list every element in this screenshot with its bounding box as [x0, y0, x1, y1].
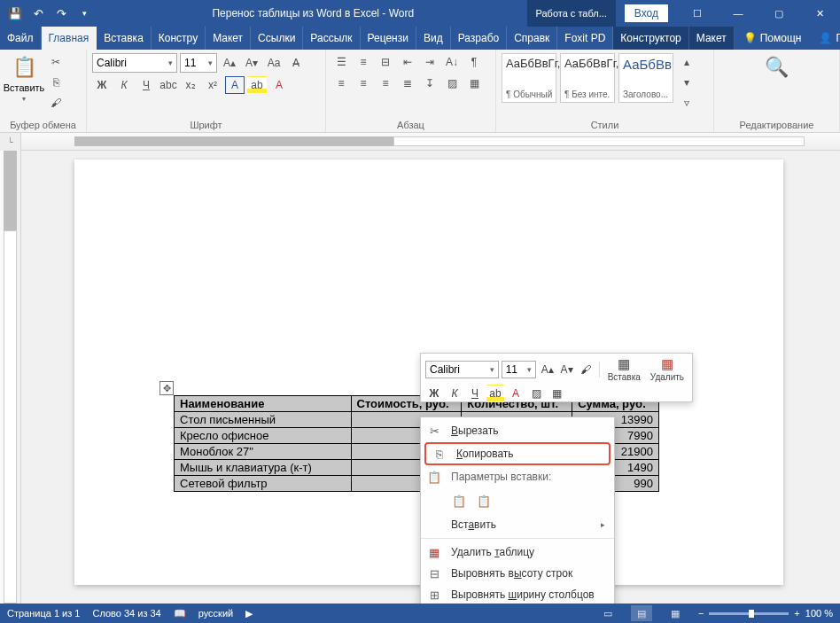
- superscript-icon[interactable]: x²: [203, 76, 222, 94]
- save-icon[interactable]: 💾: [5, 4, 25, 23]
- multilevel-icon[interactable]: ⊟: [376, 53, 395, 71]
- clear-formatting-icon[interactable]: A̶: [286, 54, 306, 72]
- font-size-combo[interactable]: 11▾: [180, 53, 217, 73]
- styles-more-icon[interactable]: ▿: [677, 94, 696, 112]
- mini-font-color-icon[interactable]: A: [507, 385, 525, 402]
- minimize-icon[interactable]: —: [718, 0, 758, 27]
- shading-icon[interactable]: ▨: [442, 74, 462, 92]
- sign-in-button[interactable]: Вход: [625, 4, 668, 22]
- style-normal[interactable]: АаБбВвГг, ¶ Обычный: [502, 53, 556, 103]
- borders-icon[interactable]: ▦: [464, 74, 484, 92]
- status-page[interactable]: Страница 1 из 1: [7, 608, 80, 619]
- tab-help[interactable]: Справк: [507, 27, 557, 50]
- menu-paste[interactable]: Вставить▸: [421, 514, 614, 535]
- cut-icon[interactable]: ✂: [46, 53, 66, 71]
- numbering-icon[interactable]: ≡: [354, 53, 373, 71]
- undo-icon[interactable]: ↶: [28, 4, 48, 23]
- mini-shrink-font-icon[interactable]: A▾: [558, 361, 575, 378]
- mini-format-painter-icon[interactable]: 🖌: [578, 361, 595, 378]
- mini-insert-button[interactable]: ▦Вставка: [604, 356, 644, 382]
- status-language[interactable]: русский: [198, 608, 233, 619]
- align-right-icon[interactable]: ≡: [376, 74, 395, 92]
- status-words[interactable]: Слово 34 из 34: [92, 608, 160, 619]
- justify-icon[interactable]: ≣: [398, 74, 417, 92]
- close-icon[interactable]: ✕: [799, 0, 840, 27]
- tab-developer[interactable]: Разрабо: [451, 27, 508, 50]
- tab-file[interactable]: Файл: [0, 27, 42, 50]
- mini-italic-button[interactable]: К: [446, 385, 463, 402]
- paste-nested-icon[interactable]: 📋: [451, 495, 467, 508]
- tab-home[interactable]: Главная: [42, 27, 97, 50]
- paste-button[interactable]: 📋 Вставить ▾: [5, 53, 43, 103]
- qat-more-icon[interactable]: ▾: [74, 4, 94, 23]
- table-move-handle-icon[interactable]: ✥: [159, 381, 174, 395]
- status-macro-icon[interactable]: ▶: [245, 608, 253, 619]
- horizontal-ruler[interactable]: [21, 133, 840, 150]
- tab-mailings[interactable]: Рассылк: [303, 27, 360, 50]
- show-marks-icon[interactable]: ¶: [464, 53, 484, 71]
- status-proofing-icon[interactable]: 📖: [174, 608, 186, 619]
- ruler-corner[interactable]: └: [0, 133, 21, 151]
- tab-foxit[interactable]: Foxit PD: [557, 27, 613, 50]
- bold-button[interactable]: Ж: [92, 76, 112, 94]
- menu-distribute-rows[interactable]: ⊟Выровнять высоту строк: [421, 563, 614, 584]
- increase-indent-icon[interactable]: ⇥: [420, 53, 439, 71]
- font-family-combo[interactable]: Calibri▾: [92, 53, 177, 73]
- mini-delete-button[interactable]: ▦Удалить: [647, 356, 688, 382]
- tab-insert[interactable]: Вставка: [97, 27, 152, 50]
- strikethrough-icon[interactable]: abc: [159, 76, 178, 94]
- find-button[interactable]: 🔍: [758, 53, 796, 82]
- align-left-icon[interactable]: ≡: [331, 74, 351, 92]
- mini-bold-button[interactable]: Ж: [425, 385, 443, 402]
- redo-icon[interactable]: ↷: [51, 4, 71, 23]
- shrink-font-icon[interactable]: A▾: [242, 54, 261, 72]
- mini-shading-icon[interactable]: ▨: [527, 385, 545, 402]
- subscript-icon[interactable]: x₂: [181, 76, 200, 94]
- tab-table-layout[interactable]: Макет: [689, 27, 735, 50]
- tab-view[interactable]: Вид: [416, 27, 451, 50]
- align-center-icon[interactable]: ≡: [354, 74, 373, 92]
- underline-button[interactable]: Ч: [136, 76, 156, 94]
- highlight-icon[interactable]: ab: [247, 76, 267, 94]
- italic-button[interactable]: К: [114, 76, 134, 94]
- tab-review[interactable]: Рецензи: [361, 27, 416, 50]
- zoom-out-icon[interactable]: −: [698, 608, 704, 619]
- menu-delete-table[interactable]: ▦Удалить таблицу: [421, 541, 614, 563]
- style-heading1[interactable]: АаБбВв Заголово...: [618, 53, 673, 103]
- share-button[interactable]: 👤Поделиться: [819, 32, 840, 44]
- grow-font-icon[interactable]: A▴: [220, 54, 239, 72]
- zoom-level[interactable]: 100 %: [805, 608, 833, 619]
- bullets-icon[interactable]: ☰: [331, 53, 351, 71]
- line-spacing-icon[interactable]: ↧: [420, 74, 439, 92]
- mini-borders-icon[interactable]: ▦: [548, 385, 565, 402]
- view-read-icon[interactable]: ▭: [597, 605, 618, 621]
- copy-icon[interactable]: ⎘: [46, 74, 66, 91]
- tell-me-button[interactable]: 💡Помощн: [743, 32, 802, 44]
- style-no-spacing[interactable]: АаБбВвГг, ¶ Без инте...: [560, 53, 615, 103]
- view-web-icon[interactable]: ▦: [665, 605, 686, 621]
- mini-grow-font-icon[interactable]: A▴: [539, 361, 556, 378]
- menu-distribute-cols[interactable]: ⊞Выровнять ширину столбцов: [421, 584, 614, 604]
- mini-underline-icon[interactable]: Ч: [466, 385, 484, 402]
- mini-size-combo[interactable]: 11▾: [502, 361, 537, 378]
- zoom-slider[interactable]: [709, 612, 789, 615]
- tab-references[interactable]: Ссылки: [251, 27, 303, 50]
- ribbon-options-icon[interactable]: ☐: [677, 0, 718, 27]
- tab-layout[interactable]: Макет: [206, 27, 251, 50]
- paste-merge-icon[interactable]: 📋: [476, 495, 492, 508]
- change-case-icon[interactable]: Aa: [264, 54, 284, 72]
- vertical-ruler[interactable]: [0, 151, 21, 604]
- view-print-icon[interactable]: ▤: [631, 605, 652, 621]
- zoom-in-icon[interactable]: +: [794, 608, 799, 619]
- menu-cut[interactable]: ✂Вырезать: [421, 420, 614, 441]
- styles-up-icon[interactable]: ▴: [677, 53, 696, 71]
- maximize-icon[interactable]: ▢: [758, 0, 799, 27]
- mini-highlight-icon[interactable]: ab: [486, 385, 504, 402]
- tab-table-design[interactable]: Конструктор: [613, 27, 688, 50]
- styles-down-icon[interactable]: ▾: [677, 74, 696, 91]
- format-painter-icon[interactable]: 🖌: [46, 94, 66, 112]
- menu-copy[interactable]: ⎘Копировать: [424, 442, 611, 465]
- font-color-icon[interactable]: A: [269, 76, 289, 94]
- text-effects-icon[interactable]: A: [225, 76, 245, 94]
- tab-design[interactable]: Констру: [152, 27, 206, 50]
